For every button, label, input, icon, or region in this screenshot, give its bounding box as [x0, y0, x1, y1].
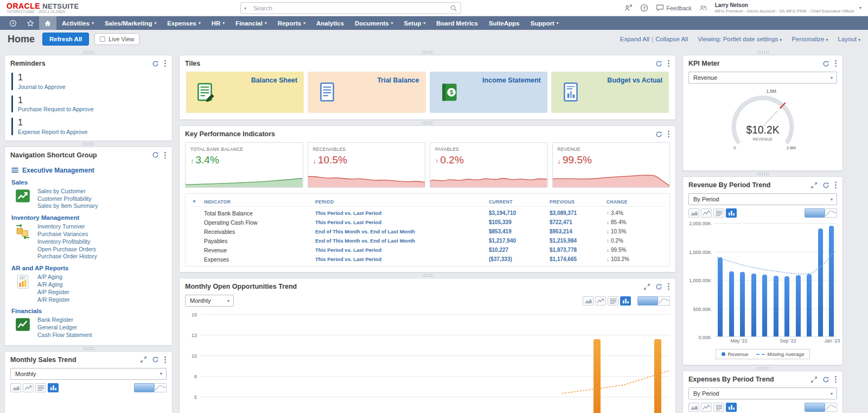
viewing-dropdown[interactable]: Viewing: Portlet date settings▾	[698, 36, 782, 42]
nav-item-setup[interactable]: Setup▾	[398, 16, 431, 30]
refresh-icon[interactable]	[152, 356, 159, 363]
shortcut-link-a-p-aging[interactable]: A/P Aging	[37, 274, 70, 281]
refresh-icon[interactable]	[152, 151, 159, 158]
refresh-icon[interactable]	[152, 60, 159, 67]
tile-income-statement[interactable]: $Income Statement	[430, 72, 547, 113]
kpi-table-row[interactable]: RevenueThis Period vs. Last Period$10,22…	[190, 245, 665, 255]
kpi-period-link[interactable]: This Period vs. Last Period	[315, 247, 489, 253]
kpi-card-receivables[interactable]: RECEIVABLES↓10.5%	[308, 142, 426, 188]
chart-range-selector[interactable]	[637, 296, 670, 306]
kpi-period-link[interactable]: End of This Month vs. End of Last Month	[315, 238, 489, 244]
chart-type-line-button[interactable]	[595, 296, 606, 306]
kpi-current-link[interactable]: $3,194,710	[489, 210, 550, 216]
roles-icon[interactable]	[699, 4, 707, 12]
chart-type-line-button[interactable]	[701, 208, 712, 218]
kpi-table-row[interactable]: ReceivablesEnd of This Month vs. End of …	[190, 227, 665, 236]
netsuite-logo[interactable]: ORACLE NETSUITE TSTDRV2710680 2022.2.16.…	[7, 2, 79, 14]
expand-all-link[interactable]: Expand All	[620, 36, 649, 42]
chart-type-bar-button[interactable]	[726, 403, 737, 412]
collapse-all-link[interactable]: Collapse All	[655, 36, 688, 42]
expand-icon[interactable]	[810, 182, 818, 189]
expand-icon[interactable]	[643, 283, 650, 290]
reminder-link[interactable]: Purchase Request to Approve	[18, 106, 165, 112]
personalize-dropdown[interactable]: Personalize▾	[792, 36, 828, 42]
kpi-card-payables[interactable]: PAYABLES↑0.2%	[430, 142, 548, 188]
reminder-item[interactable]: 1Expense Report to Approve	[11, 118, 165, 135]
chart-type-table-button[interactable]	[713, 208, 724, 218]
nav-item-board-metrics[interactable]: Board Metrics	[431, 16, 483, 30]
shortcut-link-inventory-turnover[interactable]: Inventory Turnover	[37, 223, 97, 230]
shortcut-link-open-purchase-orders[interactable]: Open Purchase Orders	[37, 246, 97, 253]
range-zoom-box[interactable]	[637, 296, 658, 306]
kpi-period-link[interactable]: This Period vs. Last Period	[315, 219, 489, 225]
refresh-all-button[interactable]: Refresh All	[42, 33, 89, 46]
recent-records-clock-icon[interactable]	[4, 16, 22, 30]
kpi-previous-link[interactable]: $1,215,984	[550, 238, 607, 244]
kpi-period-link[interactable]: End of This Month vs. End of Last Month	[315, 228, 489, 234]
portlet-menu-icon[interactable]	[667, 130, 670, 138]
kpi-current-link[interactable]: $853,419	[489, 228, 550, 234]
portlet-drag-handle[interactable]	[179, 120, 676, 125]
tile-trial-balance[interactable]: Trial Balance	[308, 72, 425, 113]
opportunities-period-select[interactable]: Monthly▾	[185, 295, 234, 307]
kpi-table-row[interactable]: PayablesEnd of This Month vs. End of Las…	[190, 236, 665, 245]
user-menu[interactable]: Larry Nelson MFG Premium - Demo Account …	[715, 2, 861, 14]
chart-type-line-button[interactable]	[701, 403, 712, 412]
nav-item-financial[interactable]: Financial▾	[230, 16, 272, 30]
kpi-table-row[interactable]: ExpensesThis Period vs. Last Period($37,…	[190, 255, 665, 264]
portlet-drag-handle[interactable]	[682, 365, 843, 371]
reminder-item[interactable]: 1Journal to Approve	[11, 73, 165, 90]
chart-type-table-button[interactable]	[608, 296, 618, 306]
refresh-icon[interactable]	[822, 182, 829, 189]
expand-icon[interactable]	[810, 376, 818, 383]
chart-type-area-button[interactable]	[10, 383, 21, 392]
sales-trend-period-select[interactable]: Monthly▾	[10, 368, 167, 380]
kpi-previous-link[interactable]: $953,214	[550, 228, 607, 234]
portlet-menu-icon[interactable]	[834, 181, 837, 189]
expand-icon[interactable]	[140, 356, 147, 363]
shortcut-link-customer-profitability[interactable]: Customer Profitability	[37, 195, 98, 202]
refresh-icon[interactable]	[655, 283, 662, 290]
portlet-drag-handle[interactable]	[682, 171, 843, 176]
kpi-table-collapse-icon[interactable]: ▼	[190, 199, 204, 204]
nav-item-hr[interactable]: HR▾	[206, 16, 230, 30]
live-view-checkbox[interactable]	[100, 36, 105, 42]
shortcut-link-purchase-variances[interactable]: Purchase Variances	[37, 231, 97, 238]
tile-balance-sheet[interactable]: Balance Sheet	[186, 72, 304, 113]
chart-type-area-button[interactable]	[688, 208, 699, 218]
refresh-icon[interactable]	[822, 60, 829, 67]
kpi-table-row[interactable]: Operating Cash FlowThis Period vs. Last …	[190, 218, 665, 227]
nav-item-documents[interactable]: Documents▾	[349, 16, 398, 30]
kpi-previous-link[interactable]: $1,174,665	[550, 256, 607, 262]
shortcut-link-a-p-register[interactable]: A/P Register	[37, 289, 70, 296]
shortcut-group-header[interactable]: Executive Management	[11, 167, 165, 174]
shortcuts-star-icon[interactable]	[22, 16, 39, 30]
kpi-card-revenue[interactable]: REVENUE↓99.5%	[552, 142, 671, 188]
feedback-button[interactable]: Feedback	[656, 4, 692, 12]
portlet-menu-icon[interactable]	[164, 356, 167, 364]
portlet-menu-icon[interactable]	[834, 376, 837, 383]
shortcut-link-a-r-register[interactable]: A/R Register	[37, 296, 70, 303]
portlet-drag-handle[interactable]	[4, 141, 173, 147]
portlet-menu-icon[interactable]	[667, 283, 670, 290]
kpi-previous-link[interactable]: $722,471	[550, 219, 607, 225]
kpi-period-link[interactable]: This Period vs. Last Period	[315, 256, 489, 262]
nav-item-sales-marketing[interactable]: Sales/Marketing▾	[99, 16, 162, 30]
shortcut-link-cash-flow-statement[interactable]: Cash Flow Statement	[37, 332, 92, 339]
portlet-menu-icon[interactable]	[164, 60, 167, 67]
revenue-trend-period-select[interactable]: By Period▾	[688, 193, 837, 205]
chart-type-bar-button[interactable]	[48, 383, 59, 392]
search-icon[interactable]	[450, 4, 457, 12]
search-scope-caret-icon[interactable]: ▾	[244, 6, 249, 11]
chart-type-area-button[interactable]	[583, 296, 593, 306]
refresh-icon[interactable]	[655, 131, 662, 138]
tile-budget-vs-actual[interactable]: Budget vs Actual	[551, 72, 669, 113]
search-input[interactable]	[252, 4, 446, 12]
nav-item-analytics[interactable]: Analytics	[311, 16, 349, 30]
help-icon[interactable]: ?	[640, 4, 648, 12]
kpi-card-total-bank-balance[interactable]: TOTAL BANK BALANCE↑3.4%	[185, 142, 303, 188]
nav-item-expenses[interactable]: Expenses▾	[162, 16, 206, 30]
portlet-drag-handle[interactable]	[682, 49, 843, 55]
nav-item-support[interactable]: Support▾	[525, 16, 564, 30]
kpi-table-row[interactable]: Total Bank BalanceThis Period vs. Last P…	[190, 208, 665, 218]
